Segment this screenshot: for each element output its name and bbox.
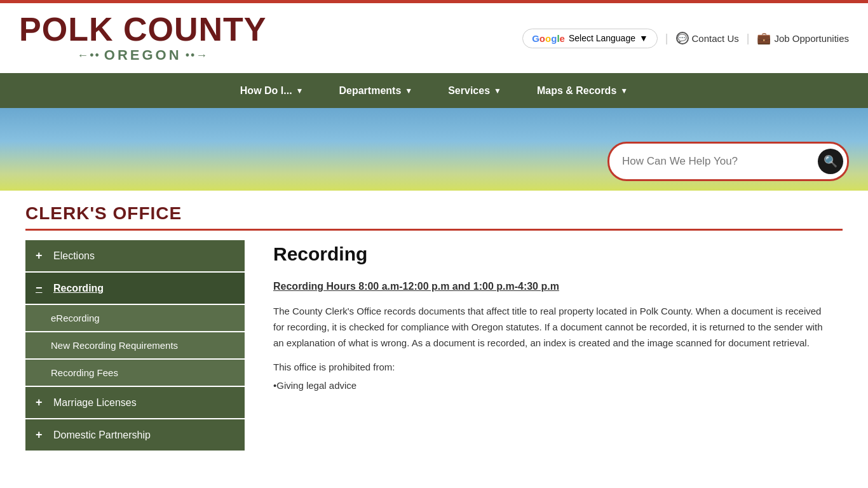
nav-departments[interactable]: Departments ▼ [321, 73, 430, 108]
nav-departments-label: Departments [339, 85, 401, 97]
separator: | [665, 32, 668, 45]
page-header: CLERK'S OFFICE [25, 191, 843, 231]
marriage-expand-icon: + [36, 396, 47, 409]
sidebar-item-elections[interactable]: + Elections [25, 240, 245, 271]
sidebar-item-domestic-partnership[interactable]: + Domestic Partnership [25, 419, 245, 451]
jobs-link[interactable]: 💼 Job Opportunities [757, 31, 849, 45]
top-links: Google Select Language ▼ | 💬 Contact Us … [522, 29, 849, 48]
separator2: | [747, 32, 750, 45]
jobs-label: Job Opportunities [774, 33, 849, 44]
nav-services[interactable]: Services ▼ [430, 73, 519, 108]
article-title: Recording [273, 243, 830, 265]
elections-expand-icon: + [36, 249, 47, 262]
main-nav: How Do I... ▼ Departments ▼ Services ▼ M… [0, 73, 868, 108]
recording-label: Recording [53, 283, 104, 294]
sidebar: + Elections − Recording eRecording New R… [25, 231, 254, 488]
domestic-label: Domestic Partnership [53, 430, 151, 441]
top-bar: POLK COUNTY ←•• OREGON ••→ Google Select… [0, 0, 868, 73]
contact-icon: 💬 [676, 32, 689, 44]
jobs-icon: 💼 [757, 31, 771, 45]
marriage-label: Marriage Licenses [53, 397, 137, 409]
sidebar-item-recording[interactable]: − Recording [25, 273, 245, 304]
search-icon: 🔍 [824, 154, 837, 168]
erecording-label: eRecording [51, 313, 100, 323]
search-input[interactable] [622, 155, 818, 168]
elections-label: Elections [53, 250, 95, 262]
domestic-expand-icon: + [36, 428, 47, 442]
nav-departments-arrow: ▼ [405, 86, 412, 95]
nav-services-label: Services [448, 85, 490, 97]
hero-section: 🔍 [0, 108, 868, 191]
nav-how-do-i-arrow: ▼ [296, 86, 304, 95]
logo-area: POLK COUNTY ←•• OREGON ••→ [19, 13, 266, 64]
article-paragraph-1: The County Clerk's Office records docume… [273, 304, 830, 351]
page-title: CLERK'S OFFICE [25, 203, 843, 224]
sidebar-sub-erecording[interactable]: eRecording [25, 305, 245, 331]
hours-link[interactable]: Recording Hours 8:00 a.m-12:00 p.m and 1… [273, 281, 830, 292]
nav-how-do-i[interactable]: How Do I... ▼ [222, 73, 322, 108]
nav-services-arrow: ▼ [494, 86, 501, 95]
nav-maps-records[interactable]: Maps & Records ▼ [519, 73, 646, 108]
translate-button[interactable]: Google Select Language ▼ [522, 29, 658, 48]
site-title: POLK COUNTY [19, 13, 266, 46]
recording-expand-icon: − [36, 281, 47, 295]
search-bar: 🔍 [607, 142, 849, 181]
contact-us-link[interactable]: 💬 Contact Us [676, 32, 739, 44]
logo-dots-left: ←•• [77, 49, 100, 62]
contact-label: Contact Us [692, 33, 739, 44]
new-recording-requirements-label: New Recording Requirements [51, 340, 178, 351]
nav-how-do-i-label: How Do I... [240, 85, 292, 97]
article-prohibited-title: This office is prohibited from: [273, 360, 830, 376]
search-button[interactable]: 🔍 [818, 149, 843, 174]
main-content: CLERK'S OFFICE + Elections − Recording e… [0, 191, 868, 488]
content-area: + Elections − Recording eRecording New R… [25, 231, 843, 488]
sidebar-sub-new-recording-requirements[interactable]: New Recording Requirements [25, 332, 245, 358]
nav-maps-records-label: Maps & Records [537, 85, 616, 97]
translate-arrow: ▼ [639, 33, 648, 43]
translate-label: Select Language [569, 33, 635, 43]
recording-fees-label: Recording Fees [51, 367, 118, 378]
logo-oregon-text: OREGON [104, 47, 182, 64]
google-g-icon: Google [532, 33, 565, 44]
nav-maps-records-arrow: ▼ [620, 86, 628, 95]
sidebar-sub-recording-fees[interactable]: Recording Fees [25, 360, 245, 386]
hours-link-text: Recording Hours 8:00 a.m-12:00 p.m and 1… [273, 281, 559, 292]
logo-dots-right: ••→ [186, 49, 209, 62]
top-right: Google Select Language ▼ | 💬 Contact Us … [522, 29, 849, 48]
site-subtitle: ←•• OREGON ••→ [19, 47, 266, 64]
article-bullet-1: •Giving legal advice [273, 378, 830, 394]
sidebar-item-marriage-licenses[interactable]: + Marriage Licenses [25, 387, 245, 418]
article-content: Recording Recording Hours 8:00 a.m-12:00… [254, 231, 843, 488]
